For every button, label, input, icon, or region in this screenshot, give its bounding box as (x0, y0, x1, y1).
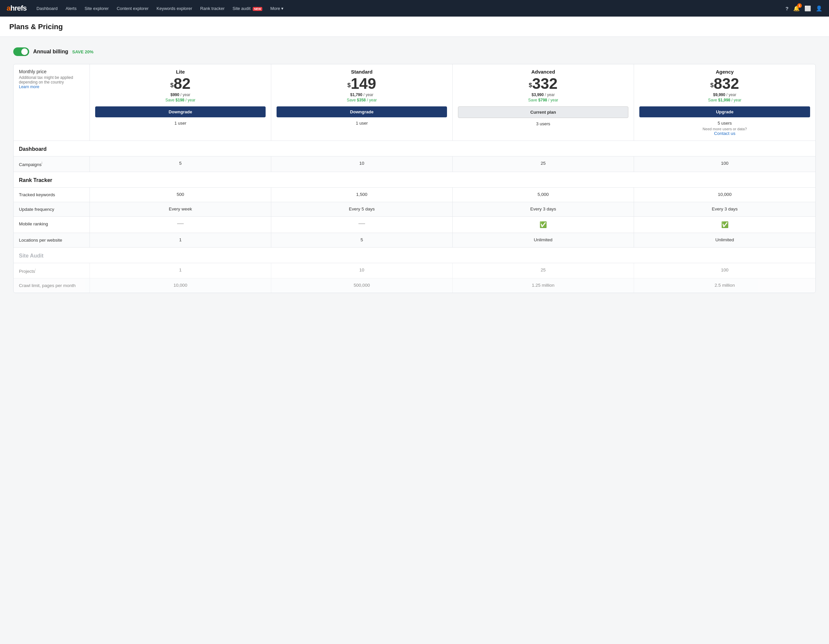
plan-advanced-users: 3 users (458, 121, 628, 126)
update-frequency-row: Update frequency Every week Every 5 days… (14, 202, 815, 217)
crawl-limit-lite: 10,000 (90, 279, 271, 293)
mobile-ranking-row: Mobile ranking ✅ ✅ (14, 217, 815, 233)
tracked-keywords-agency: 10,000 (634, 187, 815, 202)
projects-label: Projectsi (14, 263, 90, 279)
notification-icon[interactable]: 🔔 1 (793, 5, 800, 12)
annual-billing-toggle[interactable] (13, 47, 29, 56)
nav-right: ? 🔔 1 ⬜ 👤 (786, 5, 823, 12)
locations-agency: Unlimited (634, 233, 815, 247)
plan-advanced-yearly: $3,990 / year (458, 93, 628, 97)
projects-standard: 10 (271, 263, 452, 279)
plan-agency-save: Save $1,998 / year (639, 98, 810, 102)
monthly-price-note: Additional tax might be applied dependin… (19, 75, 84, 85)
campaigns-label: Campaignsi (14, 156, 90, 172)
locations-standard: 5 (271, 233, 452, 247)
update-frequency-standard: Every 5 days (271, 202, 452, 216)
projects-agency: 100 (634, 263, 815, 279)
pricing-table: Monthly price Additional tax might be ap… (13, 64, 816, 293)
check-icon: ✅ (721, 221, 728, 228)
billing-save-label: SAVE 20% (72, 49, 93, 54)
campaigns-standard: 10 (271, 156, 452, 172)
plan-advanced-name: Advanced (458, 69, 628, 75)
plan-agency-name: Agency (639, 69, 810, 75)
plan-header-row: Monthly price Additional tax might be ap… (14, 64, 815, 141)
rank-tracker-section-header: Rank Tracker (14, 172, 815, 187)
nav-site-audit[interactable]: Site audit NEW (229, 4, 266, 13)
plan-lite-save: Save $198 / year (95, 98, 266, 102)
mobile-ranking-advanced: ✅ (452, 217, 634, 233)
plan-standard-price: $149 (277, 76, 447, 91)
plan-advanced: Advanced $332 $3,990 / year Save $798 / … (452, 64, 634, 140)
user-icon[interactable]: 👤 (816, 5, 823, 12)
projects-row: Projectsi 1 10 25 100 (14, 263, 815, 279)
nav-alerts[interactable]: Alerts (62, 4, 80, 13)
campaigns-lite: 5 (90, 156, 271, 172)
monthly-price-title: Monthly price (19, 69, 84, 74)
plan-lite: Lite $82 $990 / year Save $198 / year Do… (90, 64, 271, 140)
mobile-ranking-agency: ✅ (634, 217, 815, 233)
learn-more-link[interactable]: Learn more (19, 85, 84, 89)
update-frequency-lite: Every week (90, 202, 271, 216)
campaigns-agency: 100 (634, 156, 815, 172)
plan-advanced-button[interactable]: Current plan (458, 106, 628, 118)
nav-more[interactable]: More ▾ (267, 4, 287, 13)
plan-agency-yearly: $9,990 / year (639, 93, 810, 97)
plan-standard-name: Standard (277, 69, 447, 75)
page-header: Plans & Pricing (0, 17, 829, 37)
tracked-keywords-row: Tracked keywords 500 1,500 5,000 10,000 (14, 187, 815, 202)
dashboard-section-header: Dashboard (14, 141, 815, 156)
dash-icon (358, 224, 365, 224)
crawl-limit-standard: 500,000 (271, 279, 452, 293)
contact-us-link[interactable]: Contact us (639, 131, 810, 136)
plan-agency-button[interactable]: Upgrade (639, 106, 810, 117)
plan-lite-yearly: $990 / year (95, 93, 266, 97)
plan-agency-price: $832 (639, 76, 810, 91)
locations-lite: 1 (90, 233, 271, 247)
page-content: Annual billing SAVE 20% Monthly price Ad… (0, 37, 829, 304)
nav-keywords-explorer[interactable]: Keywords explorer (153, 4, 195, 13)
nav-rank-tracker[interactable]: Rank tracker (197, 4, 228, 13)
locations-label: Locations per website (14, 233, 90, 247)
plan-lite-button[interactable]: Downgrade (95, 106, 266, 117)
help-icon[interactable]: ? (786, 6, 788, 11)
plan-agency-users-note: Need more users or data? (639, 127, 810, 131)
mobile-ranking-label: Mobile ranking (14, 217, 90, 233)
site-audit-section-header: Site Audit (14, 247, 815, 263)
rank-tracker-section-title: Rank Tracker (14, 172, 815, 187)
crawl-limit-agency: 2.5 million (634, 279, 815, 293)
plan-standard-save: Save $358 / year (277, 98, 447, 102)
screen-icon[interactable]: ⬜ (804, 5, 811, 12)
update-frequency-advanced: Every 3 days (452, 202, 634, 216)
notification-badge: 1 (797, 3, 802, 8)
check-icon: ✅ (539, 221, 547, 228)
campaigns-info-icon: i (41, 161, 42, 165)
plan-agency: Agency $832 $9,990 / year Save $1,998 / … (634, 64, 815, 140)
billing-label: Annual billing (33, 49, 68, 55)
dash-icon (177, 224, 184, 224)
plan-standard-users: 1 user (277, 121, 447, 126)
nav-content-explorer[interactable]: Content explorer (113, 4, 152, 13)
tracked-keywords-advanced: 5,000 (452, 187, 634, 202)
update-frequency-agency: Every 3 days (634, 202, 815, 216)
plan-lite-price: $82 (95, 76, 266, 91)
tracked-keywords-standard: 1,500 (271, 187, 452, 202)
billing-toggle-row: Annual billing SAVE 20% (13, 47, 816, 56)
dashboard-section-title: Dashboard (14, 141, 815, 156)
locations-row: Locations per website 1 5 Unlimited Unli… (14, 233, 815, 247)
nav-site-explorer[interactable]: Site explorer (81, 4, 112, 13)
plan-advanced-price: $332 (458, 76, 628, 91)
projects-info-icon: i (35, 268, 36, 271)
plan-standard-button[interactable]: Downgrade (277, 106, 447, 117)
mobile-ranking-lite (90, 217, 271, 233)
plan-advanced-save: Save $798 / year (458, 98, 628, 102)
page-title: Plans & Pricing (9, 22, 820, 31)
crawl-limit-label: Crawl limit, pages per month (14, 279, 90, 293)
nav-dashboard[interactable]: Dashboard (33, 4, 61, 13)
logo[interactable]: ahrefs (6, 4, 27, 13)
plan-standard: Standard $149 $1,790 / year Save $358 / … (271, 64, 452, 140)
campaigns-row: Campaignsi 5 10 25 100 (14, 156, 815, 172)
crawl-limit-advanced: 1.25 million (452, 279, 634, 293)
plan-lite-users: 1 user (95, 121, 266, 126)
crawl-limit-row: Crawl limit, pages per month 10,000 500,… (14, 279, 815, 293)
projects-lite: 1 (90, 263, 271, 279)
